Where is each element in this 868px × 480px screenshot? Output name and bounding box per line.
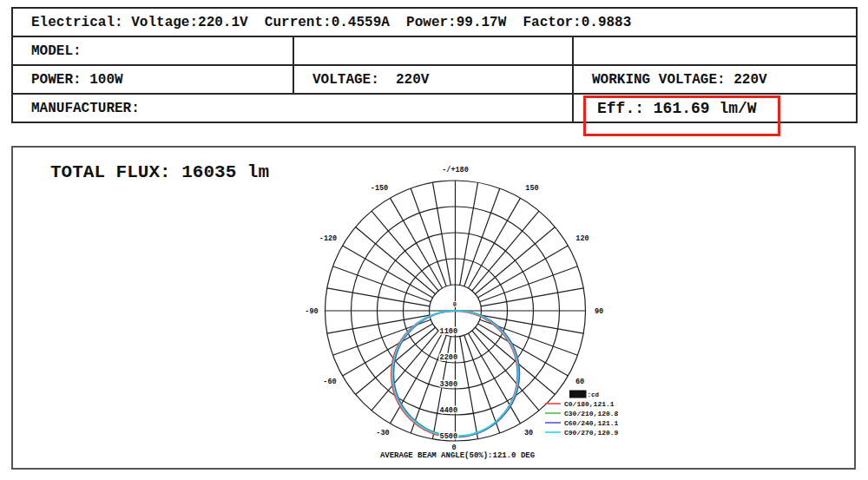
radial-tick-0: 0 (453, 301, 457, 308)
average-beam-angle-label: AVERAGE BEAM ANGLE(50%):121.0 DEG (380, 451, 535, 460)
angle-label-neg60: -60 (323, 378, 336, 386)
angle-label-120: 120 (575, 234, 589, 243)
unit-label: UNIT (571, 391, 588, 398)
polar-grid-spoke (327, 288, 430, 306)
radial-tick-2200: 2200 (440, 353, 457, 362)
legend-label-c30: C30/210,120.8 (564, 410, 619, 418)
legend-label-c90: C90/270,120.9 (564, 429, 619, 437)
polar-grid-spoke (333, 266, 431, 302)
polar-grid-spoke (464, 188, 500, 286)
polar-grid-spoke (327, 315, 430, 333)
angle-label-60: 60 (575, 378, 584, 386)
radial-tick-4400: 4400 (440, 406, 457, 415)
radial-tick-5500: 5500 (440, 432, 457, 441)
radial-tick-1100: 1100 (440, 327, 457, 336)
polar-grid-spoke (460, 337, 478, 439)
polar-grid-spoke (481, 288, 583, 306)
angle-label-neg30: -30 (376, 429, 389, 437)
angle-label-90: 90 (595, 307, 603, 316)
angle-label-30: 30 (524, 429, 533, 437)
efficiency-highlight-box (583, 95, 780, 136)
legend-label-c0: C0/180,121.1 (564, 400, 615, 408)
polar-grid-spoke (432, 182, 450, 285)
legend-label-c60: C60/240,121.1 (564, 419, 619, 427)
polar-grid-spoke (411, 188, 446, 286)
radial-tick-3300: 3300 (440, 380, 457, 389)
angle-label-neg150: -150 (371, 184, 388, 193)
unit-suffix-label: :cd (588, 391, 600, 398)
angle-label-neg120: -120 (319, 234, 337, 243)
angle-label-150: 150 (525, 184, 538, 193)
polar-intensity-chart: -/+180 -150 150 -120 120 -90 90 -60 60 -… (0, 0, 868, 480)
photometric-report-page: { "report_table": { "electrical_summary"… (0, 0, 868, 480)
polar-grid-spoke (460, 182, 478, 285)
polar-grid-spoke (464, 335, 500, 433)
angle-label-180: -/+180 (442, 166, 469, 174)
chart-legend: UNIT :cd C0/180,121.1 C30/210,120.8 C60/… (545, 391, 619, 437)
angle-label-neg90: -90 (305, 307, 318, 316)
polar-grid-spoke (480, 266, 578, 302)
